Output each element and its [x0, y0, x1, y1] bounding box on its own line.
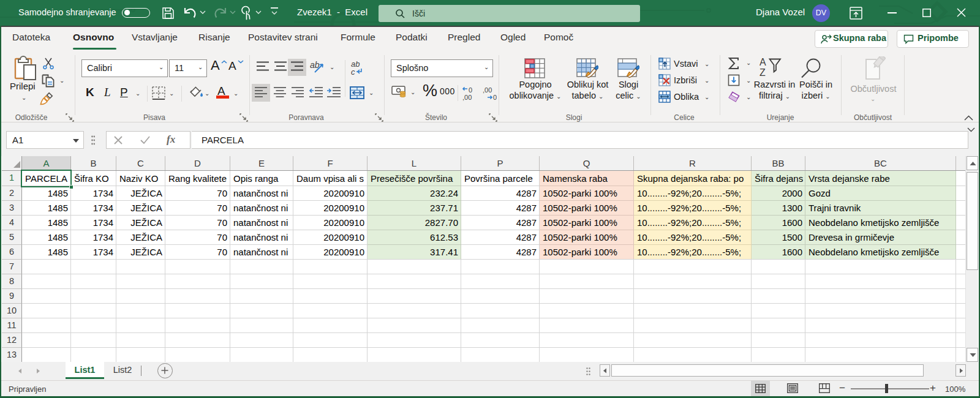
svg-text:,00: ,00 — [483, 86, 492, 94]
svg-text:0: 0 — [493, 94, 497, 101]
svg-text:A: A — [760, 57, 766, 67]
svg-text:Z: Z — [760, 67, 766, 78]
svg-text:,00: ,00 — [462, 94, 472, 101]
svg-text:0: 0 — [469, 86, 472, 94]
svg-text:c: c — [351, 67, 355, 76]
